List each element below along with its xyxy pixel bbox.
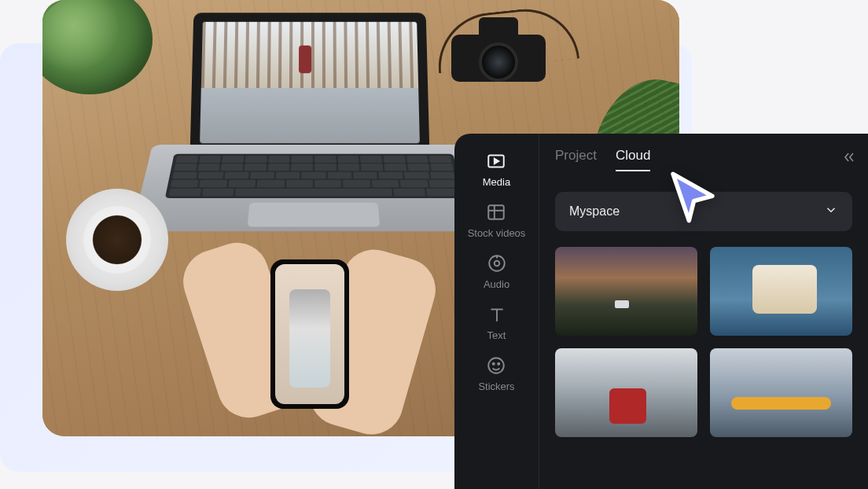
space-dropdown[interactable]: Myspace xyxy=(555,192,852,231)
sidebar-item-audio[interactable]: Audio xyxy=(484,253,509,290)
thumbnail-sunset[interactable] xyxy=(555,247,697,336)
stock-icon xyxy=(486,202,506,222)
sidebar-item-label: Audio xyxy=(484,278,509,290)
svg-point-10 xyxy=(493,363,495,365)
text-icon xyxy=(487,304,507,325)
video-editor-panel: Media Stock videos Audio Text Stickers xyxy=(454,134,868,489)
thumbnail-canoe[interactable] xyxy=(710,247,852,336)
sidebar-item-label: Stickers xyxy=(478,381,514,392)
media-icon xyxy=(486,151,506,171)
tab-project[interactable]: Project xyxy=(555,148,597,171)
sidebar-item-label: Text xyxy=(487,329,506,341)
source-tabs: Project Cloud xyxy=(555,148,852,171)
sidebar-item-label: Stock videos xyxy=(468,227,526,239)
hands-holding-phone xyxy=(200,236,420,436)
sidebar-item-text[interactable]: Text xyxy=(487,304,507,341)
svg-point-5 xyxy=(494,261,499,267)
vintage-camera xyxy=(436,3,561,90)
sidebar-item-media[interactable]: Media xyxy=(483,151,510,188)
editor-sidebar: Media Stock videos Audio Text Stickers xyxy=(454,134,539,489)
coffee-mug xyxy=(66,189,168,291)
svg-rect-1 xyxy=(489,205,505,219)
chevron-down-icon xyxy=(824,203,838,220)
collapse-panel-icon[interactable] xyxy=(841,149,857,169)
tab-cloud[interactable]: Cloud xyxy=(616,148,650,171)
sidebar-item-label: Media xyxy=(483,176,510,188)
thumbnail-winter[interactable] xyxy=(555,348,697,437)
dropdown-selected: Myspace xyxy=(569,204,620,219)
stickers-icon xyxy=(486,355,506,376)
thumbnail-kayak[interactable] xyxy=(710,348,852,437)
media-grid xyxy=(555,247,852,437)
sidebar-item-stickers[interactable]: Stickers xyxy=(478,355,514,392)
svg-point-11 xyxy=(498,363,500,365)
sidebar-item-stock-videos[interactable]: Stock videos xyxy=(468,202,526,239)
audio-icon xyxy=(487,253,507,274)
svg-point-9 xyxy=(489,358,505,373)
editor-main: Project Cloud Myspace xyxy=(539,134,868,489)
